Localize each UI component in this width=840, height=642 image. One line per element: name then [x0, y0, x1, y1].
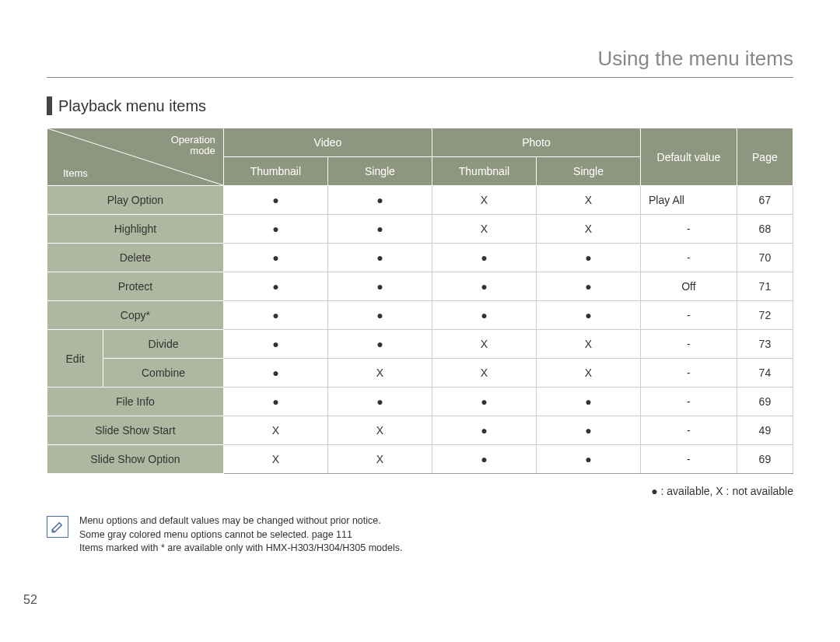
- cell: ●: [223, 215, 327, 244]
- cell: X: [327, 359, 432, 388]
- playback-menu-table: Operation mode Items Video Photo Default…: [47, 128, 793, 474]
- cell: X: [223, 416, 327, 445]
- cell: ●: [536, 244, 640, 272]
- table-row: Protect ● ● ● ● Off 71: [47, 272, 793, 301]
- cell: -: [641, 244, 737, 272]
- cell: 70: [737, 244, 793, 272]
- cell: X: [536, 215, 640, 244]
- cell: 67: [737, 186, 793, 215]
- table-row: Combine ● X X X - 74: [47, 359, 793, 388]
- note-icon: [47, 516, 68, 538]
- cell: X: [536, 186, 640, 215]
- cell: ●: [536, 445, 640, 474]
- cell: ●: [432, 244, 536, 272]
- cell: X: [432, 186, 536, 215]
- table-row: Slide Show Start X X ● ● - 49: [47, 416, 793, 445]
- cell: -: [641, 215, 737, 244]
- row-label: File Info: [47, 388, 224, 416]
- cell: X: [536, 330, 640, 359]
- table-row: Play Option ● ● X X Play All 67: [47, 186, 793, 215]
- cell: ●: [432, 388, 536, 416]
- cell: ●: [223, 272, 327, 301]
- cell: 71: [737, 272, 793, 301]
- legend-text: ● : available, X : not available: [47, 485, 793, 497]
- cell: ●: [432, 272, 536, 301]
- cell: X: [432, 330, 536, 359]
- cell: -: [641, 359, 737, 388]
- cell: ●: [223, 359, 327, 388]
- cell: X: [327, 445, 432, 474]
- cell: X: [536, 359, 640, 388]
- cell: X: [223, 445, 327, 474]
- note-line: Some gray colored menu options cannot be…: [79, 528, 402, 542]
- row-label: Highlight: [47, 215, 224, 244]
- cell: ●: [327, 272, 432, 301]
- cell: X: [432, 215, 536, 244]
- cell: ●: [327, 388, 432, 416]
- diag-bottom-label: Items: [63, 167, 88, 179]
- table-row: File Info ● ● ● ● - 69: [47, 388, 793, 416]
- col-photo-single: Single: [536, 157, 640, 186]
- cell: ●: [223, 301, 327, 330]
- cell: 49: [737, 416, 793, 445]
- cell: Play All: [641, 186, 737, 215]
- row-group-label: Edit: [47, 330, 103, 388]
- cell: 69: [737, 445, 793, 474]
- cell: ●: [327, 301, 432, 330]
- cell: ●: [327, 244, 432, 272]
- cell: 74: [737, 359, 793, 388]
- cell: ●: [536, 388, 640, 416]
- cell: 72: [737, 301, 793, 330]
- row-label: Play Option: [47, 186, 224, 215]
- cell: -: [641, 388, 737, 416]
- table-row: Delete ● ● ● ● - 70: [47, 244, 793, 272]
- col-video-thumb: Thumbnail: [223, 157, 327, 186]
- row-label: Copy*: [47, 301, 224, 330]
- cell: -: [641, 330, 737, 359]
- col-video: Video: [223, 128, 432, 157]
- cell: -: [641, 416, 737, 445]
- note-line: Items marked with * are available only w…: [79, 542, 402, 556]
- cell: 73: [737, 330, 793, 359]
- cell: ●: [327, 330, 432, 359]
- table-corner-diag: Operation mode Items: [47, 128, 224, 186]
- row-label: Delete: [47, 244, 224, 272]
- notes-block: Menu options and default values may be c…: [79, 514, 402, 556]
- row-label: Protect: [47, 272, 224, 301]
- cell: ●: [536, 416, 640, 445]
- row-label: Slide Show Option: [47, 445, 224, 474]
- section-heading-bar: [47, 96, 52, 115]
- cell: ●: [327, 186, 432, 215]
- cell: ●: [432, 445, 536, 474]
- cell: ●: [536, 272, 640, 301]
- col-photo: Photo: [432, 128, 640, 157]
- cell: ●: [223, 388, 327, 416]
- section-heading-text: Playback menu items: [58, 97, 206, 115]
- diag-top-label: Operation mode: [171, 135, 215, 157]
- col-video-single: Single: [327, 157, 432, 186]
- row-sub-label: Divide: [103, 330, 224, 359]
- row-label: Slide Show Start: [47, 416, 224, 445]
- cell: -: [641, 445, 737, 474]
- cell: ●: [432, 416, 536, 445]
- cell: ●: [223, 244, 327, 272]
- table-row: Edit Divide ● ● X X - 73: [47, 330, 793, 359]
- cell: X: [432, 359, 536, 388]
- col-page: Page: [737, 128, 793, 186]
- cell: ●: [223, 330, 327, 359]
- table-row: Slide Show Option X X ● ● - 69: [47, 445, 793, 474]
- cell: ●: [223, 186, 327, 215]
- col-photo-thumb: Thumbnail: [432, 157, 536, 186]
- row-sub-label: Combine: [103, 359, 224, 388]
- page-number: 52: [23, 593, 37, 607]
- cell: ●: [536, 301, 640, 330]
- cell: Off: [641, 272, 737, 301]
- table-row: Copy* ● ● ● ● - 72: [47, 301, 793, 330]
- cell: 68: [737, 215, 793, 244]
- cell: 69: [737, 388, 793, 416]
- cell: X: [327, 416, 432, 445]
- note-line: Menu options and default values may be c…: [79, 514, 402, 528]
- cell: ●: [327, 215, 432, 244]
- cell: -: [641, 301, 737, 330]
- page-title: Using the menu items: [47, 47, 793, 71]
